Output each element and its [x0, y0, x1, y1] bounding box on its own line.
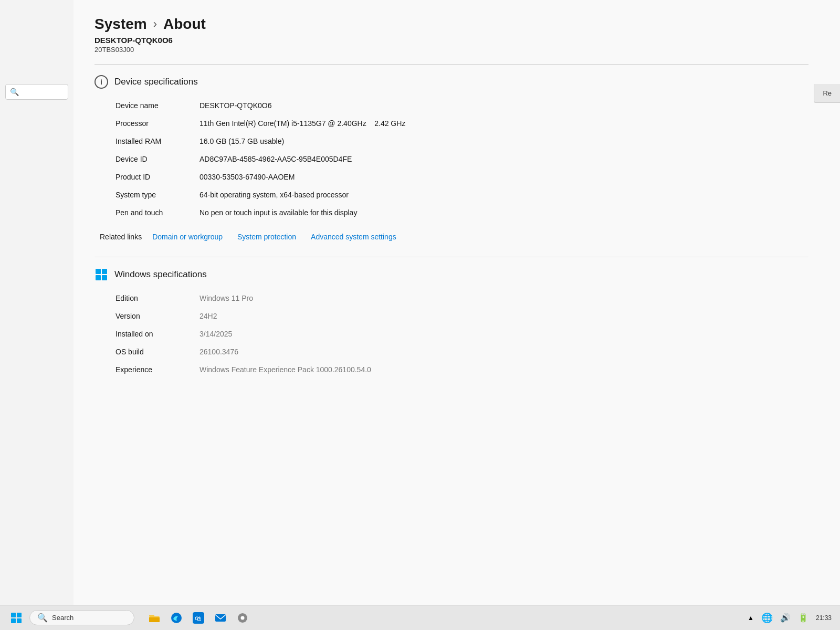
taskbar-search-label: Search [52, 614, 74, 622]
spec-row-edition: Edition Windows 11 Pro [116, 294, 808, 302]
spec-row-system-type: System type 64-bit operating system, x64… [116, 191, 808, 199]
spec-value-installed-on: 3/14/2025 [200, 330, 232, 338]
spec-value-system-type: 64-bit operating system, x64-based proce… [200, 191, 808, 199]
separator-1 [94, 64, 808, 65]
start-sq4 [17, 618, 22, 623]
taskbar-edge-icon[interactable] [167, 608, 186, 627]
rename-button[interactable]: Re [814, 84, 840, 103]
taskbar-file-explorer-icon[interactable] [145, 608, 164, 627]
svg-rect-2 [149, 617, 160, 622]
battery-icon[interactable]: 🔋 [798, 613, 808, 623]
taskbar-search-icon: 🔍 [37, 613, 48, 623]
spec-value-device-name: DESKTOP-QTQK0O6 [200, 101, 808, 110]
device-specs-header: i Device specifications [94, 75, 808, 89]
related-link-domain[interactable]: Domain or workgroup [152, 233, 223, 241]
svg-rect-6 [215, 614, 226, 622]
spec-value-experience: Windows Feature Experience Pack 1000.261… [200, 365, 371, 374]
breadcrumb-about: About [163, 16, 206, 33]
spec-label-device-name: Device name [116, 101, 200, 110]
separator-2 [94, 257, 808, 257]
windows-specs-title: Windows specifications [114, 269, 207, 280]
svg-text:🛍: 🛍 [195, 614, 202, 622]
spec-label-version: Version [116, 312, 200, 320]
breadcrumb-system[interactable]: System [94, 16, 147, 33]
win-logo-sq1 [96, 269, 101, 274]
spec-row-product-id: Product ID 00330-53503-67490-AAOEM [116, 173, 808, 181]
spec-value-os-build: 26100.3476 [200, 348, 238, 356]
spec-row-installed-on: Installed on 3/14/2025 [116, 330, 808, 338]
spec-row-processor: Processor 11th Gen Intel(R) Core(TM) i5-… [116, 119, 808, 128]
spec-row-version: Version 24H2 [116, 312, 808, 320]
device-specs-title: Device specifications [114, 77, 198, 87]
spec-label-product-id: Product ID [116, 173, 200, 181]
spec-value-device-id: AD8C97AB-4585-4962-AA5C-95B4E005D4FE [200, 155, 808, 163]
search-icon: 🔍 [10, 88, 19, 96]
spec-row-experience: Experience Windows Feature Experience Pa… [116, 365, 808, 374]
device-specs-icon: i [94, 75, 108, 89]
windows-specs-table: Edition Windows 11 Pro Version 24H2 Inst… [116, 294, 808, 374]
win-logo-sq2 [102, 269, 107, 274]
device-specs-table: Device name DESKTOP-QTQK0O6 Processor 11… [116, 101, 808, 217]
spec-label-processor: Processor [116, 119, 200, 128]
spec-row-device-id: Device ID AD8C97AB-4585-4962-AA5C-95B4E0… [116, 155, 808, 163]
globe-icon[interactable]: 🌐 [761, 612, 773, 624]
spec-label-pen-touch: Pen and touch [116, 208, 200, 217]
taskbar-store-icon[interactable]: 🛍 [189, 608, 208, 627]
related-link-advanced-settings[interactable]: Advanced system settings [311, 233, 396, 241]
spec-label-experience: Experience [116, 365, 200, 374]
spec-label-installed-on: Installed on [116, 330, 200, 338]
spec-row-pen-touch: Pen and touch No pen or touch input is a… [116, 208, 808, 217]
start-sq3 [11, 618, 16, 623]
spec-value-processor: 11th Gen Intel(R) Core(TM) i5-1135G7 @ 2… [200, 119, 808, 128]
sidebar-search-input[interactable] [22, 88, 64, 96]
spec-row-ram: Installed RAM 16.0 GB (15.7 GB usable) [116, 137, 808, 145]
spec-value-ram: 16.0 GB (15.7 GB usable) [200, 137, 808, 145]
spec-row-device-name: Device name DESKTOP-QTQK0O6 [116, 101, 808, 110]
taskbar: 🔍 Search 🛍 ▲ 🌐 🔊 🔋 21:33 [0, 605, 840, 630]
start-sq2 [17, 613, 22, 617]
device-model-header: 20TBS03J00 [94, 46, 808, 54]
device-name-header: DESKTOP-QTQK0O6 [94, 36, 808, 45]
taskbar-app-icons: 🛍 [145, 608, 252, 627]
taskbar-settings-icon[interactable] [233, 608, 252, 627]
win-logo-sq3 [96, 275, 101, 280]
windows-specs-header: Windows specifications [94, 268, 808, 281]
spec-value-version: 24H2 [200, 312, 217, 320]
taskbar-mail-icon[interactable] [211, 608, 230, 627]
sidebar: 🔍 [0, 0, 74, 605]
spec-value-edition: Windows 11 Pro [200, 294, 253, 302]
chevron-up-icon[interactable]: ▲ [748, 614, 754, 622]
taskbar-search[interactable]: 🔍 Search [29, 610, 134, 625]
win-logo-sq4 [102, 275, 107, 280]
svg-point-8 [241, 616, 245, 620]
windows-logo-icon [94, 268, 108, 281]
related-links-label: Related links [100, 233, 142, 241]
windows-logo [96, 269, 107, 280]
breadcrumb-separator: › [153, 17, 157, 31]
spec-value-pen-touch: No pen or touch input is available for t… [200, 208, 808, 217]
related-links: Related links Domain or workgroup System… [100, 233, 808, 241]
start-button[interactable] [8, 610, 24, 626]
spec-label-os-build: OS build [116, 348, 200, 356]
system-tray: ▲ 🌐 🔊 🔋 21:33 [748, 612, 832, 624]
spec-label-ram: Installed RAM [116, 137, 200, 145]
content-area: System › About DESKTOP-QTQK0O6 20TBS03J0… [74, 0, 840, 605]
related-link-system-protection[interactable]: System protection [237, 233, 296, 241]
start-sq1 [11, 613, 16, 617]
spec-row-os-build: OS build 26100.3476 [116, 348, 808, 356]
breadcrumb: System › About [94, 16, 808, 33]
sidebar-search-box[interactable]: 🔍 [5, 84, 68, 100]
svg-rect-0 [149, 615, 154, 616]
spec-label-system-type: System type [116, 191, 200, 199]
spec-value-product-id: 00330-53503-67490-AAOEM [200, 173, 808, 181]
speaker-icon[interactable]: 🔊 [780, 613, 791, 623]
spec-label-edition: Edition [116, 294, 200, 302]
spec-label-device-id: Device ID [116, 155, 200, 163]
clock: 21:33 [816, 614, 832, 622]
time-display: 21:33 [816, 614, 832, 622]
